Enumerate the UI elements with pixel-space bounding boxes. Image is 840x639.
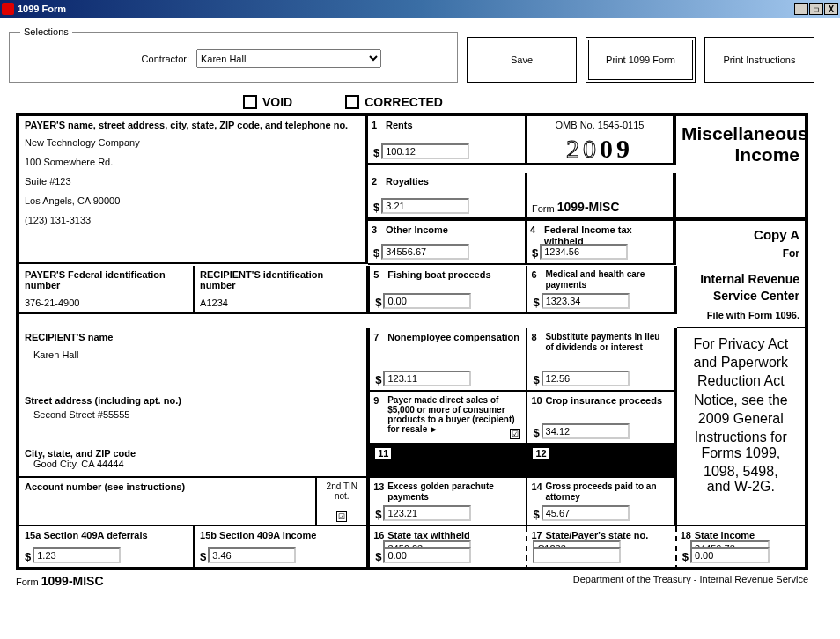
- box-7: 7Nonemployee compensation $123.11: [370, 328, 527, 392]
- selections-group: Selections Contractor: Karen Hall: [9, 26, 458, 83]
- form-footer: Form 1099-MISC Department of the Treasur…: [16, 570, 808, 588]
- save-button[interactable]: Save: [467, 37, 577, 83]
- recipient-name: RECIPIENT'S name Karen Hall: [19, 328, 370, 392]
- window-title: 1099 Form: [18, 4, 66, 14]
- maximize-button[interactable]: ❐: [809, 3, 823, 15]
- contractor-select[interactable]: Karen Hall: [196, 49, 381, 68]
- box-10: 10Crop insurance proceeds $34.12: [527, 392, 676, 444]
- box-2: 2Royalties $3.21: [368, 173, 527, 221]
- selections-legend: Selections: [20, 26, 72, 37]
- contractor-label: Contractor:: [20, 54, 196, 64]
- account-number: Account number (see instructions): [19, 478, 317, 526]
- box-13-input[interactable]: 123.21: [383, 505, 471, 521]
- copy-a-block: Copy A For: [676, 221, 808, 266]
- pdf-icon: [2, 3, 14, 15]
- box-17: 17State/Payer's state no. C1233: [527, 526, 676, 570]
- payer-fid: PAYER'S Federal identification number 37…: [19, 266, 195, 314]
- box-15a-input[interactable]: 1.23: [33, 547, 121, 563]
- box-17-input2[interactable]: [533, 547, 621, 563]
- box-16-input2[interactable]: 0.00: [383, 547, 471, 563]
- box-15a: 15a Section 409A deferrals $1.23: [19, 526, 195, 570]
- recipient-addr: Street address (including apt. no.) Seco…: [19, 392, 370, 444]
- box-3: 3Other Income $34556.67: [368, 221, 527, 265]
- box-15b: 15b Section 409A income $3.46: [195, 526, 370, 570]
- payer-block: PAYER'S name, street address, city, stat…: [19, 116, 368, 264]
- void-checkbox[interactable]: [243, 95, 257, 109]
- box-9-checkbox[interactable]: ☑: [510, 429, 520, 439]
- print-1099-button[interactable]: Print 1099 Form: [586, 37, 696, 83]
- window-titlebar: 1099 Form _ ❐ X: [0, 0, 840, 18]
- recipient-id: RECIPIENT'S identification number A1234: [195, 266, 370, 314]
- box-4-input[interactable]: 1234.56: [540, 244, 628, 260]
- form-code-cell: Form 1099-MISC: [527, 173, 676, 221]
- box-5-input[interactable]: 0.00: [383, 293, 471, 309]
- box-10-input[interactable]: 34.12: [542, 423, 630, 439]
- box-6-input[interactable]: 1323.34: [542, 293, 630, 309]
- print-instructions-button[interactable]: Print Instructions: [704, 37, 814, 83]
- tin-not: 2nd TIN not. ☑: [317, 478, 370, 526]
- recipient-city: City, state, and ZIP code Good City, CA …: [19, 444, 370, 478]
- box-9: 9Payer made direct sales of $5,000 or mo…: [370, 392, 527, 444]
- box-12: 12: [527, 444, 676, 478]
- privacy-block: For Privacy Act and Paperwork Reduction …: [677, 328, 808, 392]
- close-button[interactable]: X: [824, 3, 838, 15]
- box-13: 13Excess golden parachute payments $123.…: [370, 478, 527, 526]
- form-title: MiscellaneousIncome: [676, 116, 808, 173]
- box-14: 14Gross proceeds paid to an attorney $45…: [527, 478, 676, 526]
- box-4: 4Federal Income tax withheld $1234.56: [527, 221, 676, 265]
- box-8-input[interactable]: 12.56: [542, 371, 630, 386]
- box-3-input[interactable]: 34556.67: [381, 244, 469, 260]
- box-14-input[interactable]: 45.67: [542, 505, 630, 521]
- box-2-input[interactable]: 3.21: [381, 198, 469, 214]
- box-6: 6Medical and health care payments $1323.…: [527, 266, 676, 314]
- box-8: 8Substitute payments in lieu of dividend…: [527, 328, 676, 392]
- corrected-label: CORRECTED: [365, 95, 443, 109]
- box-15b-input[interactable]: 3.46: [208, 547, 296, 563]
- form-1099: PAYER'S name, street address, city, stat…: [16, 113, 808, 570]
- box-18-input2[interactable]: 0.00: [690, 547, 770, 563]
- tin-checkbox[interactable]: ☑: [336, 511, 347, 522]
- box-1-input[interactable]: 100.12: [381, 143, 469, 159]
- box-5: 5Fishing boat proceeds $0.00: [370, 266, 527, 314]
- box-1: 1Rents $100.12: [368, 116, 527, 165]
- copy-a-block2: Internal Revenue Service Center File wit…: [677, 266, 808, 328]
- corrected-checkbox[interactable]: [345, 95, 359, 109]
- box-16: 16State tax withheld $3456.23 $0.00: [370, 526, 527, 570]
- box-7-input[interactable]: 123.11: [383, 371, 471, 386]
- box-18: 18State income $34456.78 $0.00: [677, 526, 808, 570]
- minimize-button[interactable]: _: [794, 3, 808, 15]
- omb-year-cell: OMB No. 1545-0115 2009: [527, 116, 676, 165]
- box-11: 11: [370, 444, 527, 478]
- void-label: VOID: [262, 95, 292, 109]
